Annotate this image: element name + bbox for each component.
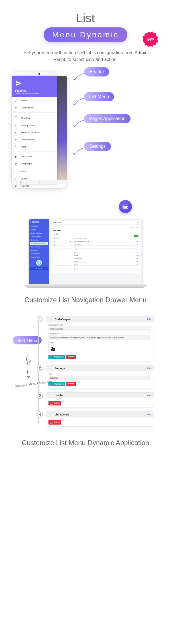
description: Set your menu with action URL, it is con…: [20, 49, 151, 63]
menu-label: Home: [21, 99, 54, 102]
menu-label: Dark mode: [21, 155, 54, 158]
menu-item[interactable]: ≡Terms & Conditions: [12, 129, 57, 136]
sidebar-nav-item[interactable]: OnBoarding: [30, 238, 48, 242]
plane-icon: [15, 80, 22, 87]
phone-nav-bar: |||○‹: [12, 180, 67, 184]
menu-label: Q&R: [21, 146, 54, 148]
menu-item[interactable]: ?Q&R: [12, 143, 57, 150]
edit-link[interactable]: Edit: [137, 269, 139, 270]
image-thumb: [48, 344, 57, 353]
edit-link[interactable]: Edit: [137, 266, 139, 268]
menu-item[interactable]: ⌂Home: [12, 97, 57, 104]
menu-label: Return Policy: [21, 138, 54, 141]
edit-link[interactable]: Edit: [137, 246, 139, 248]
laptop-mockup: ✈FLYWEB DashboardSettingsCoding Applicat…: [28, 219, 142, 288]
delete-button[interactable]: Delete: [66, 355, 76, 359]
field-label: Navigation Url: [48, 333, 151, 335]
menu-card: ⋮⋮SettingsEditTiteSettingsTranslationDel…: [46, 365, 154, 388]
menu-icon: ★: [15, 184, 18, 187]
menu-icon: ⓘ: [15, 116, 18, 120]
field-label: Tite: [48, 373, 151, 375]
add-split-button[interactable]: Add New Splt: [30, 267, 48, 270]
admin-header: Itgate Group◉: [52, 221, 140, 224]
drawer-title: FlyWeb: [15, 89, 54, 92]
menu-item[interactable]: ⓘAbout Us: [12, 114, 57, 122]
edit-link[interactable]: Edit: [137, 252, 139, 253]
table-row: List Platform SLEdit: [53, 257, 139, 260]
menu-item[interactable]: ⟲CodeCanyon: [12, 104, 57, 111]
navigation-drawer: FlyWeb Convert your Website to an App ⌂H…: [12, 76, 57, 184]
menu-item[interactable]: ✓Privacy policy: [12, 122, 57, 129]
section-title-1: Customize List Navigation Drawer Menu: [9, 295, 162, 305]
sidebar-nav-item[interactable]: Navigation: [30, 249, 48, 252]
table-row: ImageJoinPolEdit: [53, 249, 139, 251]
field-value[interactable]: CodeCanyon: [48, 326, 151, 331]
avatar: ◉: [137, 222, 139, 223]
title-pill: Menu Dynamic: [44, 27, 128, 42]
edit-button[interactable]: Edit: [147, 394, 151, 397]
table-row: UrlQCSEdit: [53, 246, 139, 249]
sidebar-nav-item[interactable]: Nav navigation: [30, 252, 48, 255]
sidebar-nav-item[interactable]: Settings: [30, 228, 48, 231]
menu-label: Terms & Conditions: [21, 131, 54, 134]
edit-link[interactable]: Edit: [137, 249, 139, 251]
label-list-menu: List Menu: [84, 92, 114, 101]
delete-button[interactable]: Delete: [66, 382, 76, 386]
menu-icon: ?: [15, 145, 18, 148]
card-title: Divider: [55, 394, 147, 397]
card-title: List Socials: [55, 413, 147, 416]
card-title: CodeCanyon: [55, 318, 147, 321]
sidebar-nav-item[interactable]: Slider Dynamic: [30, 245, 48, 249]
drawer-header: FlyWeb Convert your Website to an App: [12, 76, 57, 97]
edit-button[interactable]: Edit: [147, 413, 151, 416]
label-header: Header: [84, 67, 109, 76]
admin-sidebar: ✈FLYWEB DashboardSettingsCoding Applicat…: [29, 219, 49, 284]
drawer-subtitle: Convert your Website to an App: [15, 92, 54, 94]
edit-link[interactable]: Edit: [137, 261, 139, 262]
sidebar-nav-item[interactable]: Floating Action: [30, 255, 48, 259]
delete-button[interactable]: Delete: [48, 420, 61, 425]
translation-button[interactable]: Translation: [48, 355, 65, 359]
svg-point-3: [51, 347, 52, 348]
phone-mockup: FlyWeb Convert your Website to an App ⌂H…: [11, 72, 67, 189]
menu-label: About: [21, 170, 54, 173]
add-button[interactable]: + Add: [134, 235, 139, 237]
edit-link[interactable]: Edit: [137, 255, 139, 256]
edit-button[interactable]: Edit: [147, 318, 151, 320]
step-number: 3: [37, 392, 43, 399]
phone-preview-section: FlyWeb Convert your Website to an App ⌂H…: [9, 72, 162, 189]
section-title-2: Customize List Menu Dynamic Application: [9, 438, 162, 448]
drag-handle-icon[interactable]: ⋮⋮: [48, 367, 53, 370]
edit-link[interactable]: Edit: [137, 263, 139, 265]
globe-icon: 🌐: [36, 260, 42, 266]
drag-handle-icon[interactable]: ⋮⋮: [48, 318, 53, 321]
menu-item[interactable]: ◐Dark mode: [12, 153, 57, 160]
edit-link[interactable]: Edit: [137, 241, 139, 242]
plane-icon: ✈: [30, 221, 32, 223]
menu-label: Rate Us: [21, 185, 54, 187]
sidebar-nav-item[interactable]: Coding Application: [30, 231, 48, 235]
menu-icon: ⌂: [15, 99, 18, 102]
drag-handle-icon[interactable]: ⋮⋮: [48, 394, 53, 397]
sidebar-nav-item[interactable]: Dashboard: [30, 225, 48, 228]
sidebar-nav-item[interactable]: Mostly used navigation: [30, 242, 48, 245]
edit-button[interactable]: Edit: [147, 367, 151, 370]
edit-link[interactable]: Edit: [137, 258, 139, 259]
sidebar-nav-item[interactable]: Loading Screen: [30, 235, 48, 238]
menu-item[interactable]: ⊕Languages: [12, 160, 57, 167]
drag-handle-icon[interactable]: ⋮⋮: [48, 413, 53, 416]
menu-icon: ⟲: [15, 138, 18, 141]
menu-item[interactable]: ⟲Return Policy: [12, 136, 57, 143]
edit-link[interactable]: Edit: [137, 243, 139, 245]
card-title: Settings: [55, 367, 147, 370]
menu-card: ⋮⋮CodeCanyonEditNavigation LabelCodeCany…: [46, 316, 154, 361]
title-list: List: [9, 11, 162, 25]
menu-label: Privacy policy: [21, 124, 54, 127]
field-value[interactable]: Settings: [48, 376, 151, 380]
table-row: StareEdit: [53, 266, 139, 268]
field-value[interactable]: https://codecanyon.net/item/flyweb-for-w…: [48, 335, 151, 340]
menu-item[interactable]: ⓘAbout: [12, 167, 57, 175]
menu-icon: ⊕: [15, 162, 18, 165]
delete-button[interactable]: Delete: [48, 401, 61, 405]
table-row: Rtl BoxEdit: [53, 260, 139, 263]
